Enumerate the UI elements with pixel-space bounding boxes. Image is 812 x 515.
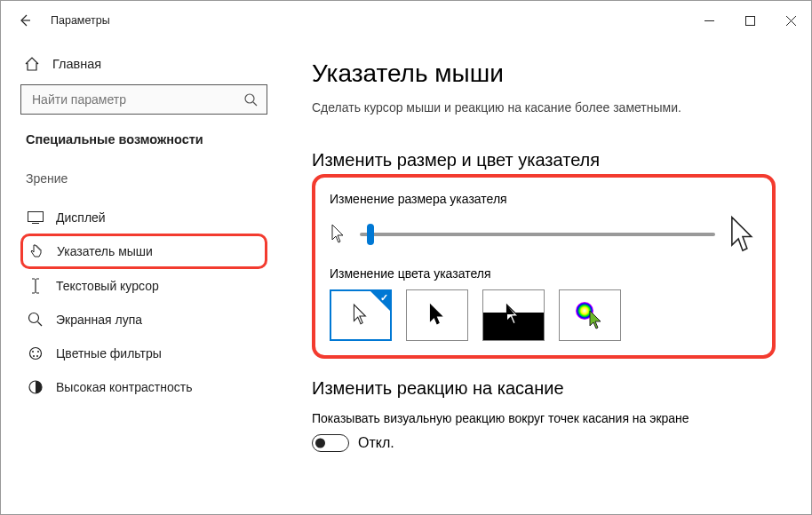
group-label: Зрение	[26, 171, 267, 186]
nav-label: Дисплей	[56, 210, 106, 225]
text-cursor-icon	[28, 278, 44, 294]
size-slider-row	[330, 215, 758, 254]
section-size-color-title: Изменить размер и цвет указателя	[312, 150, 776, 170]
color-filter-icon	[28, 345, 44, 361]
body: Главная Специальные возможности Зрение Д…	[1, 40, 811, 514]
back-button[interactable]	[12, 7, 38, 34]
pointer-color-black[interactable]	[406, 289, 468, 341]
search-input[interactable]	[30, 91, 243, 107]
main-panel: Указатель мыши Сделать курсор мыши и реа…	[285, 40, 811, 514]
svg-point-12	[36, 355, 38, 357]
sidebar-item-high-contrast[interactable]: Высокая контрастность	[20, 370, 267, 404]
cursor-small-icon	[330, 223, 347, 246]
search-box[interactable]	[20, 84, 267, 115]
size-label: Изменение размера указателя	[330, 192, 758, 206]
page-subtitle: Сделать курсор мыши и реакцию на касание…	[312, 100, 776, 115]
settings-window: Параметры Главная	[0, 0, 812, 515]
section-touch-title: Изменить реакцию на касание	[312, 378, 776, 399]
check-icon: ✓	[380, 292, 388, 304]
close-button[interactable]	[770, 6, 811, 35]
svg-point-10	[37, 351, 39, 353]
pointer-color-inverted[interactable]	[482, 289, 545, 341]
maximize-button[interactable]	[729, 6, 770, 35]
category-header: Специальные возможности	[26, 132, 267, 147]
toggle-knob	[315, 439, 325, 448]
sidebar-item-magnifier[interactable]: Экранная лупа	[20, 303, 267, 337]
touch-toggle-row: Откл.	[312, 434, 776, 452]
home-icon	[24, 56, 40, 72]
titlebar: Параметры	[1, 1, 811, 40]
pointer-size-slider[interactable]	[360, 233, 715, 236]
highlighted-section: Изменение размера указателя Изменение цв…	[312, 174, 776, 359]
color-label: Изменение цвета указателя	[330, 266, 758, 281]
nav-label: Текстовый курсор	[56, 279, 159, 293]
svg-point-11	[33, 355, 35, 357]
sidebar: Главная Специальные возможности Зрение Д…	[1, 40, 285, 514]
sidebar-item-display[interactable]: Дисплей	[20, 202, 267, 234]
search-icon	[243, 92, 258, 107]
slider-thumb[interactable]	[367, 224, 374, 245]
svg-line-7	[38, 322, 43, 327]
toggle-state-label: Откл.	[358, 435, 394, 451]
nav-label: Экранная лупа	[56, 313, 142, 327]
svg-point-2	[245, 94, 254, 103]
home-label: Главная	[52, 57, 101, 71]
cursor-large-icon	[728, 215, 758, 254]
nav-label: Цветные фильтры	[56, 346, 162, 360]
sidebar-item-color-filters[interactable]: Цветные фильтры	[20, 337, 267, 370]
cursor-hand-icon	[28, 243, 44, 259]
svg-point-8	[30, 348, 42, 360]
contrast-icon	[28, 379, 44, 395]
window-controls	[689, 6, 811, 35]
pointer-color-options: ✓	[330, 289, 758, 341]
nav-label: Указатель мыши	[57, 244, 153, 258]
display-icon	[28, 211, 44, 224]
svg-rect-1	[745, 16, 754, 25]
pointer-color-custom[interactable]	[559, 289, 621, 341]
page-title: Указатель мыши	[312, 59, 776, 88]
touch-feedback-label: Показывать визуальную реакцию вокруг точ…	[312, 411, 776, 425]
sidebar-item-mouse-pointer[interactable]: Указатель мыши	[20, 234, 267, 269]
nav-label: Высокая контрастность	[56, 380, 192, 394]
svg-point-6	[29, 313, 39, 323]
touch-feedback-toggle[interactable]	[312, 434, 349, 452]
home-link[interactable]: Главная	[24, 56, 267, 72]
pointer-color-white[interactable]: ✓	[330, 289, 392, 341]
svg-point-9	[32, 351, 34, 353]
magnifier-icon	[28, 312, 44, 328]
svg-rect-4	[28, 212, 44, 222]
sidebar-item-text-cursor[interactable]: Текстовый курсор	[20, 269, 267, 303]
minimize-button[interactable]	[689, 6, 729, 35]
window-title: Параметры	[51, 14, 689, 27]
svg-line-3	[253, 102, 257, 106]
